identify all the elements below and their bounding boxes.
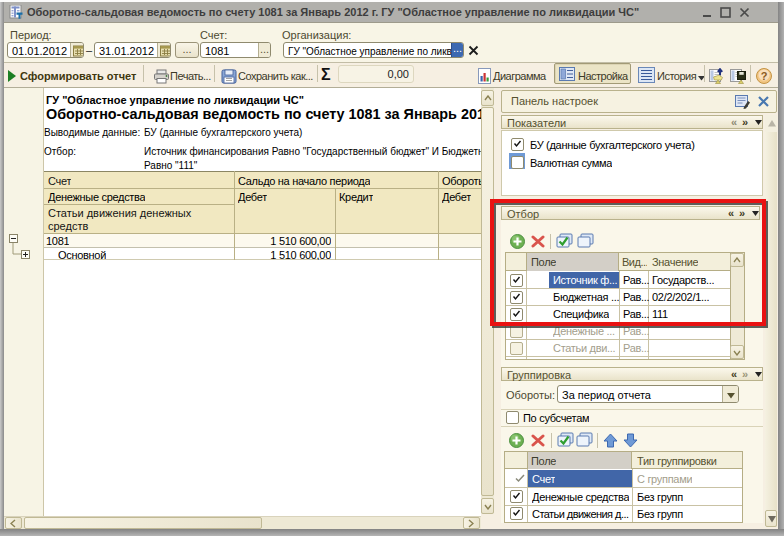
svg-text:?: ? (761, 70, 768, 82)
